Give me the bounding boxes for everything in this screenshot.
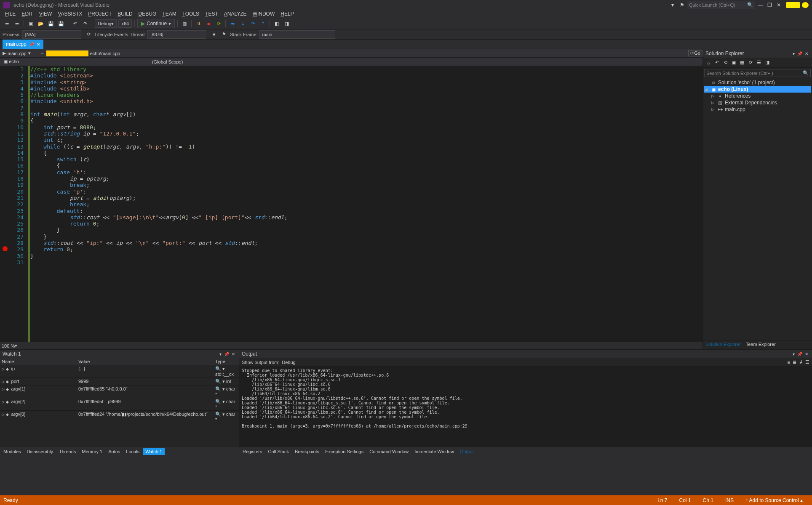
properties-icon[interactable]: ☰ [755, 59, 763, 66]
quick-launch-input[interactable]: Quick Launch (Ctrl+Q) 🔍 [687, 1, 755, 9]
dropdown-icon[interactable]: ▾ [218, 352, 223, 356]
references-node[interactable]: ▷▪References [704, 93, 811, 99]
pin-icon[interactable]: 📌 [796, 352, 804, 356]
tab-team-explorer[interactable]: Team Explorer [743, 341, 778, 349]
minimize-button[interactable]: — [756, 2, 764, 8]
redo-button[interactable]: ↷ [81, 19, 89, 28]
tab-output[interactable]: Output [457, 448, 476, 455]
menu-build[interactable]: BUILD [115, 10, 135, 18]
menu-analyze[interactable]: ANALYZE [222, 10, 249, 18]
menu-team[interactable]: TEAM [160, 10, 179, 18]
home-icon[interactable]: ⌂ [705, 59, 712, 66]
menu-vassistx[interactable]: VASSISTX [55, 10, 85, 18]
lifecycle-icon[interactable]: ⟳ [85, 30, 93, 39]
tab-watch-1[interactable]: Watch 1 [143, 448, 165, 455]
external-deps-node[interactable]: ▷▥External Dependencies [704, 99, 811, 106]
close-icon[interactable]: ✕ [230, 352, 236, 356]
intellitrace-button[interactable]: ◧ [272, 19, 281, 28]
show-all-icon[interactable]: ▦ [738, 59, 746, 66]
break-all-button[interactable]: ⏸ [194, 19, 203, 28]
notifications-icon[interactable]: ⚑ [678, 2, 686, 8]
undo-button[interactable]: ↶ [71, 19, 79, 28]
menu-view[interactable]: VIEW [37, 10, 55, 18]
breakpoint-icon[interactable] [3, 246, 8, 251]
tab-threads[interactable]: Threads [56, 448, 78, 455]
tab-disassembly[interactable]: Disassembly [24, 448, 56, 455]
collapse-icon[interactable]: ▣ [730, 59, 737, 66]
platform-combo[interactable]: x64 [118, 19, 132, 28]
pin-icon[interactable]: 📌 [796, 51, 804, 56]
pin-icon[interactable]: 📌 [223, 352, 230, 356]
step-over-button[interactable]: ↷ [248, 19, 257, 28]
config-combo[interactable]: Debug ▾ [95, 19, 117, 28]
menu-window[interactable]: WINDOW [250, 10, 278, 18]
solution-node[interactable]: ⧈Solution 'echo' (1 project) [704, 79, 811, 86]
project-scope[interactable]: ▣ echo [0, 58, 22, 65]
nav-back-button[interactable]: ⬅ [3, 19, 11, 28]
watch-row[interactable]: ▷ ◆ port9999🔍 ▾ int [0, 378, 239, 385]
new-project-button[interactable]: ▣ [27, 19, 35, 28]
filter-threads-button[interactable]: ▼ [210, 30, 218, 39]
pin-icon[interactable]: 📌 [29, 42, 34, 47]
flagged-threads-button[interactable]: ⚑ [220, 30, 228, 39]
dropdown-icon[interactable]: ▾ [791, 51, 796, 56]
tab-solution-explorer[interactable]: Solution Explorer [703, 341, 743, 349]
close-icon[interactable]: ✕ [804, 352, 809, 356]
step-out-button[interactable]: ↥ [259, 19, 267, 28]
clear-output-button[interactable]: ≡ [788, 360, 790, 365]
source-control-button[interactable]: ↑ Add to Source Control ▴ [740, 497, 809, 503]
stack-frame-combo[interactable]: main [259, 30, 335, 39]
watch-col-type[interactable]: Type [214, 358, 239, 365]
tab-exception-settings[interactable]: Exception Settings [323, 448, 366, 455]
tab-autos[interactable]: Autos [106, 448, 123, 455]
watch-row[interactable]: ▷ ◆ ip{...}🔍 ▾ std::__cx [0, 365, 239, 378]
back-icon[interactable]: ↶ [713, 59, 721, 66]
watch-col-name[interactable]: Name [0, 358, 77, 365]
zoom-combo[interactable]: 100 % [2, 343, 15, 348]
tab-immediate-window[interactable]: Immediate Window [412, 448, 457, 455]
refresh-icon[interactable]: ⟳ [747, 59, 754, 66]
watch-col-value[interactable]: Value [77, 358, 214, 365]
editor-tab[interactable]: main.cpp 📌 ✕ [3, 40, 43, 49]
menu-project[interactable]: PROJECT [85, 10, 114, 18]
solution-search-input[interactable]: Search Solution Explorer (Ctrl+;) 🔍 [704, 69, 811, 77]
tab-modules[interactable]: Modules [1, 448, 24, 455]
nav-path[interactable]: → .echo\main.cpp [37, 50, 123, 57]
watch-row[interactable]: ▷ ◆ argv[2]0x7fffffffed5f "-p9999"🔍 ▾ ch… [0, 398, 239, 411]
menu-file[interactable]: FILE [3, 10, 18, 18]
watch-row[interactable]: ▷ ◆ argv[1]0x7fffffffed55 "-h0.0.0.0"🔍 ▾… [0, 385, 239, 398]
file-node[interactable]: ▷++main.cpp [704, 106, 811, 113]
tab-breakpoints[interactable]: Breakpoints [292, 448, 322, 455]
menu-help[interactable]: HELP [278, 10, 296, 18]
menu-test[interactable]: TEST [203, 10, 221, 18]
menu-debug[interactable]: DEBUG [136, 10, 159, 18]
code-editor[interactable]: 1234567891011121314151617181920212223242… [0, 66, 702, 342]
go-button[interactable]: ⟳Go [688, 50, 702, 56]
output-body[interactable]: Stopped due to shared library event: Inf… [239, 367, 812, 447]
nav-file[interactable]: ▶ main.cpp ▾ [0, 50, 33, 56]
global-scope[interactable]: (Global Scope) [149, 59, 186, 65]
browser-select-button[interactable]: ▥ [180, 19, 189, 28]
save-all-button[interactable]: 💾 [57, 19, 65, 28]
watch-row[interactable]: ▷ ◆ argv[0]0x7fffffffed24 "/home/▮▮/proj… [0, 411, 239, 423]
tab-memory-1[interactable]: Memory 1 [79, 448, 105, 455]
step-into-button[interactable]: ↧ [238, 19, 247, 28]
process-combo[interactable]: [N/A] [22, 30, 81, 39]
output-source-combo[interactable]: Debug [282, 360, 370, 365]
show-next-stmt-button[interactable]: ➡ [228, 19, 237, 28]
dropdown-icon[interactable]: ▾ [791, 352, 796, 356]
find-button[interactable]: ≣ [793, 359, 796, 365]
stop-debug-button[interactable]: ■ [204, 19, 213, 28]
sync-icon[interactable]: ⟲ [721, 59, 729, 66]
menu-edit[interactable]: EDIT [19, 10, 35, 18]
save-button[interactable]: 💾 [47, 19, 55, 28]
continue-button[interactable]: ▶ Continue ▾ [137, 19, 175, 28]
tab-locals[interactable]: Locals [123, 448, 142, 455]
menu-tools[interactable]: TOOLS [180, 10, 202, 18]
tab-call-stack[interactable]: Call Stack [265, 448, 291, 455]
close-button[interactable]: ✕ [775, 2, 783, 8]
restore-button[interactable]: ❐ [766, 2, 773, 8]
preview-icon[interactable]: ◨ [764, 59, 771, 66]
close-icon[interactable]: ✕ [804, 51, 809, 56]
word-wrap-button[interactable]: ↲ [799, 359, 803, 365]
